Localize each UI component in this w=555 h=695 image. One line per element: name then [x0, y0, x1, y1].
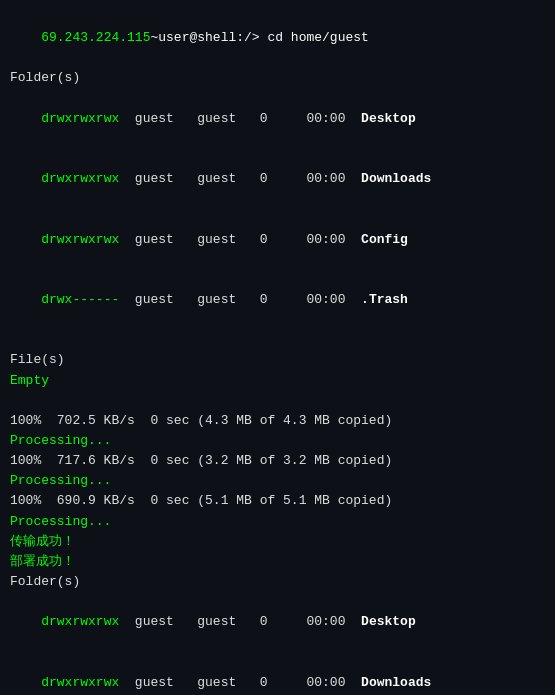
- folders-label: Folder(s): [10, 68, 545, 88]
- folder-row-desktop-2: drwxrwxrwx guest guest 0 00:00 Desktop: [10, 592, 545, 652]
- processing-2: Processing...: [10, 471, 545, 491]
- folder-row-downloads: drwxrwxrwx guest guest 0 00:00 Downloads: [10, 149, 545, 209]
- deploy-success: 部署成功！: [10, 552, 545, 572]
- spacer-2: [10, 391, 545, 411]
- folders-label-2: Folder(s): [10, 572, 545, 592]
- spacer-1: [10, 330, 545, 350]
- progress-line-2: 100% 717.6 KB/s 0 sec (3.2 MB of 3.2 MB …: [10, 451, 545, 471]
- processing-3: Processing...: [10, 512, 545, 532]
- folder-row-downloads-2: drwxrwxrwx guest guest 0 00:00 Downloads: [10, 653, 545, 696]
- empty-label: Empty: [10, 371, 545, 391]
- prompt-text: 69.243.224.115: [41, 30, 150, 45]
- progress-line-3: 100% 690.9 KB/s 0 sec (5.1 MB of 5.1 MB …: [10, 491, 545, 511]
- folder-row-config: drwxrwxrwx guest guest 0 00:00 Config: [10, 209, 545, 269]
- folder-row-trash: drwx------ guest guest 0 00:00 .Trash: [10, 270, 545, 330]
- transfer-success: 传输成功！: [10, 532, 545, 552]
- folder-row-desktop: drwxrwxrwx guest guest 0 00:00 Desktop: [10, 89, 545, 149]
- processing-1: Processing...: [10, 431, 545, 451]
- files-label-1: File(s): [10, 350, 545, 370]
- progress-line-1: 100% 702.5 KB/s 0 sec (4.3 MB of 4.3 MB …: [10, 411, 545, 431]
- terminal-prompt-line: 69.243.224.115~user@shell:/> cd home/gue…: [10, 8, 545, 68]
- terminal-window: 69.243.224.115~user@shell:/> cd home/gue…: [0, 0, 555, 695]
